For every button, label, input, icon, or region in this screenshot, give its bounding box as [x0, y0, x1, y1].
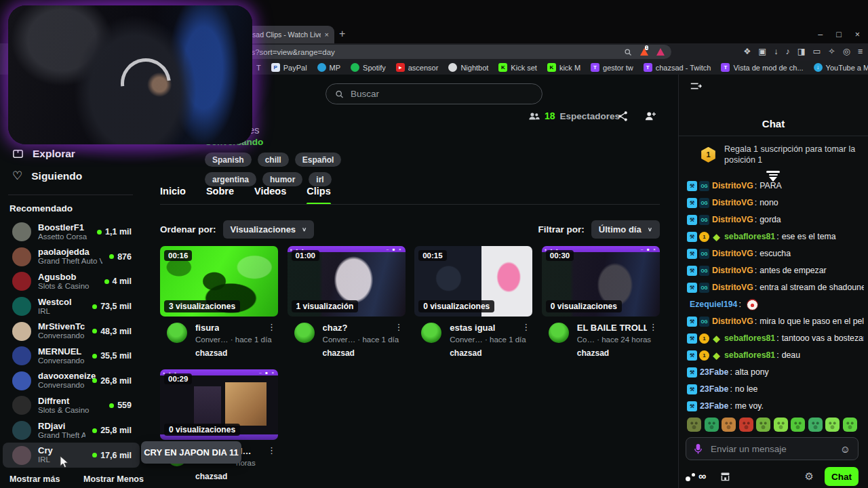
channel-row[interactable]: MrStivenTc Conversando 48,3 mil — [3, 319, 140, 344]
stream-tag[interactable]: humor — [262, 172, 302, 186]
emote-icon[interactable] — [808, 418, 823, 432]
emote-icon[interactable] — [825, 418, 840, 432]
emote-icon[interactable] — [774, 418, 788, 432]
gift-sub-banner[interactable]: 1 Regala 1 suscripción para tomar la pos… — [701, 144, 863, 166]
chat-username[interactable]: DistritoVG — [712, 211, 753, 228]
kebab-menu-icon[interactable]: ⋮ — [265, 323, 278, 331]
stream-tag[interactable]: irl — [309, 172, 331, 186]
bookmark-item[interactable]: T Vista de mod de ch... — [721, 63, 803, 72]
toolbar-icon[interactable]: ✧ — [828, 46, 835, 56]
clip-channel-name[interactable]: chazsad — [323, 348, 406, 358]
stream-tag[interactable]: Español — [295, 152, 342, 167]
bookmark-item[interactable]: ↓ YouTube a MP3 — [814, 63, 868, 72]
toolbar-icon[interactable]: ◨ — [797, 46, 806, 56]
send-chat-button[interactable]: Chat — [825, 467, 859, 486]
channel-row[interactable]: paolaojedda Grand Theft Auto V (G… 876 — [3, 245, 140, 270]
clip-thumbnail[interactable]: ● ● ● – ■ × 01:00 1 visualización — [288, 246, 406, 317]
sidebar-item-siguiendo[interactable]: ♡ Siguiendo — [0, 165, 142, 187]
minimize-button[interactable]: – — [818, 30, 823, 39]
range-dropdown[interactable]: Último día ∨ — [591, 220, 660, 239]
emote-icon[interactable] — [791, 418, 805, 432]
channel-row[interactable]: Westcol IRL 73,5 mil — [3, 294, 140, 319]
sort-dropdown[interactable]: Visualizaciones ∨ — [223, 220, 315, 239]
clip-channel-avatar[interactable] — [167, 323, 187, 343]
stream-tag[interactable]: argentina — [205, 172, 256, 186]
emote-icon[interactable] — [705, 418, 719, 432]
profile-tab[interactable]: Inicio — [160, 186, 186, 205]
restore-button[interactable]: □ — [836, 30, 842, 39]
kebab-menu-icon[interactable]: ⋮ — [393, 323, 406, 331]
toolbar-icon[interactable]: ❖ — [743, 46, 751, 56]
bookmark-item[interactable]: Nightbot — [448, 63, 488, 72]
chat-username[interactable]: DistritoVG — [712, 195, 753, 211]
bookmark-item[interactable]: ▸ ascensor — [396, 63, 439, 72]
chat-username[interactable]: DistritoVG — [712, 313, 753, 330]
show-less-button[interactable]: Mostrar Menos — [83, 474, 144, 484]
emotes-identity-icon[interactable]: ∞ — [686, 470, 706, 483]
clip-channel-name[interactable]: chazsad — [195, 472, 278, 481]
chat-username[interactable]: DistritoVG — [712, 262, 753, 279]
search-box[interactable] — [326, 83, 542, 104]
channel-row[interactable]: MERNUEL Conversando 35,5 mil — [3, 344, 140, 369]
profile-tab[interactable]: Sobre — [206, 186, 234, 205]
clip-title[interactable]: chaz? — [323, 323, 348, 333]
bookmark-item[interactable]: P PayPal — [271, 63, 307, 72]
channel-row[interactable]: RDjavi Grand Theft Auto … 25,8 mil — [3, 418, 140, 443]
chat-username[interactable]: Ezequiel194 — [690, 296, 737, 313]
chat-username[interactable]: sebaflores81 — [724, 330, 775, 347]
clip-channel-name[interactable]: chazsad — [195, 348, 278, 358]
emote-icon[interactable] — [687, 418, 701, 432]
chat-username[interactable]: sebaflores81 — [724, 347, 775, 364]
chat-username[interactable]: DistritoVG — [712, 279, 753, 296]
clip-card[interactable]: 00:16 3 visualizaciones fisura ⋮ Conver…… — [160, 246, 278, 358]
bookmark-item[interactable]: T gestor tw — [591, 63, 633, 72]
profile-tab[interactable]: Clips — [307, 186, 330, 205]
follow-button[interactable] — [644, 110, 656, 121]
find-in-page-icon[interactable] — [624, 48, 632, 56]
tab-close-icon[interactable]: × — [325, 30, 329, 39]
chat-username[interactable]: sebaflores81 — [724, 228, 775, 245]
channel-row[interactable]: Diffrent Slots & Casino 559 — [3, 393, 140, 418]
profile-tab[interactable]: Videos — [254, 186, 286, 205]
chat-username[interactable]: DistritoVG — [712, 245, 753, 262]
search-input[interactable] — [349, 88, 533, 100]
channel-row[interactable]: Agusbob Slots & Casino 4 mil — [3, 269, 140, 294]
clip-channel-name[interactable]: chazsad — [577, 348, 660, 358]
url-text[interactable]: /clips?sort=view&range=day — [237, 48, 624, 56]
channel-row[interactable]: BoostlerF1 Assetto Corsa 1,1 mil — [3, 220, 140, 245]
toolbar-icon[interactable]: ▭ — [812, 46, 821, 56]
clip-card[interactable]: ● ● ● – ■ × 00:29 0 visualizaciones l… ⋮ — [160, 369, 278, 481]
clip-thumbnail[interactable]: ● ● ● – ■ × 00:29 0 visualizaciones — [160, 369, 278, 440]
clip-card[interactable]: 00:15 0 visualizaciones estas igual ⋮ Co… — [414, 246, 532, 358]
shop-button[interactable] — [719, 471, 731, 483]
kebab-menu-icon[interactable]: ⋮ — [519, 323, 532, 331]
clip-card[interactable]: ● ● ● – ■ × 00:30 0 visualizaciones EL B… — [542, 246, 660, 358]
clip-title[interactable]: fisura — [195, 323, 219, 333]
toolbar-icon[interactable]: ↓ — [774, 47, 778, 56]
emote-icon[interactable] — [843, 418, 857, 432]
chat-username[interactable]: DistritoVG — [712, 178, 753, 195]
chat-input-box[interactable]: ☺ — [686, 437, 859, 460]
share-button[interactable] — [617, 110, 629, 122]
close-button[interactable]: × — [855, 30, 860, 39]
chat-message-input[interactable] — [709, 443, 833, 455]
clip-channel-avatar[interactable] — [549, 323, 569, 343]
toolbar-icon[interactable]: ◎ — [843, 46, 850, 56]
chat-username[interactable]: 23Fabe — [700, 398, 728, 415]
toolbar-icon[interactable]: ≡ — [858, 47, 863, 56]
emoji-picker-icon[interactable]: ☺ — [840, 443, 850, 455]
kebab-menu-icon[interactable]: ⋮ — [647, 323, 660, 331]
channel-row[interactable]: davooxeneize Conversando 26,8 mil — [3, 369, 140, 394]
bookmark-item[interactable]: K Kick set — [498, 63, 537, 72]
clip-thumbnail[interactable]: ● ● ● – ■ × 00:30 0 visualizaciones — [542, 246, 660, 317]
emote-icon[interactable] — [739, 418, 753, 432]
chat-collapse-button[interactable] — [690, 81, 702, 92]
clip-channel-avatar[interactable] — [421, 323, 441, 343]
brave-shield-icon[interactable]: 1 — [640, 48, 648, 56]
bookmark-item[interactable]: K kick M — [547, 63, 580, 72]
bookmark-item[interactable]: T chazsad - Twitch — [644, 63, 711, 72]
chat-settings-gear-icon[interactable]: ⚙ — [805, 470, 814, 483]
clip-channel-avatar[interactable] — [294, 323, 315, 343]
emote-icon[interactable] — [756, 418, 770, 432]
chat-username[interactable]: 23Fabe — [700, 381, 728, 398]
